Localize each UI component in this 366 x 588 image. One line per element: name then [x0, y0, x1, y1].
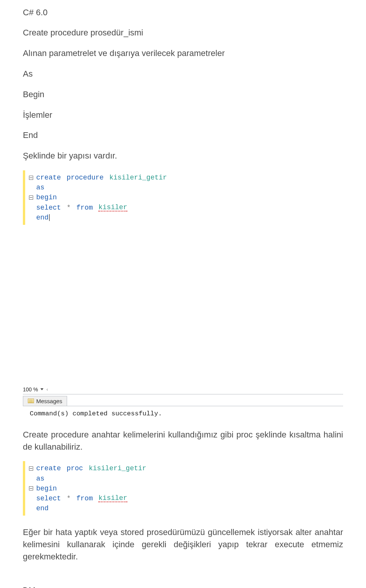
- code-line: begin: [29, 484, 175, 493]
- code-keyword: select: [36, 203, 61, 213]
- zoom-dropdown[interactable]: 100 %: [23, 386, 43, 393]
- code-keyword: as: [36, 183, 45, 192]
- code-keyword: select: [36, 493, 61, 503]
- code-keyword: create: [36, 463, 61, 473]
- code-keyword: begin: [36, 192, 57, 202]
- code-keyword: create: [36, 173, 61, 183]
- text-cursor: [49, 214, 50, 221]
- code-keyword: end: [36, 213, 48, 223]
- fold-minus-icon[interactable]: [29, 176, 33, 180]
- zoom-value: 100 %: [23, 386, 38, 393]
- code-line: begin: [29, 192, 183, 202]
- intro-line-7: Şeklinde bir yapısı vardır.: [23, 150, 343, 162]
- code-line: create procedure kisileri_getir: [29, 173, 183, 183]
- code-block-1: create procedure kisileri_getir as begin…: [23, 170, 183, 224]
- editor-footer: 100 % ‹ Messages Command(s) completed su…: [23, 385, 343, 429]
- code-operator: *: [67, 203, 71, 213]
- code-line: end: [29, 503, 175, 513]
- messages-output: Command(s) completed successfully.: [23, 406, 343, 429]
- mid-paragraph: Create procedure anahtar kelimelerini ku…: [23, 429, 343, 453]
- intro-line-1: Create procedure prosedür_ismi: [23, 27, 343, 39]
- messages-icon: [28, 399, 34, 403]
- code-line: as: [29, 183, 183, 192]
- intro-line-4: Begin: [23, 88, 343, 101]
- scroll-left-icon[interactable]: ‹: [47, 386, 48, 392]
- messages-tab-label: Messages: [36, 398, 62, 404]
- end-paragraph: Eğer bir hata yaptık veya stored prosedü…: [23, 526, 343, 563]
- fold-minus-icon[interactable]: [29, 195, 33, 200]
- code-keyword: end: [36, 503, 48, 513]
- page-title: C# 6.0: [23, 8, 343, 18]
- messages-tab-row: Messages: [23, 394, 343, 406]
- code-identifier-error: kisiler: [98, 495, 127, 502]
- code-keyword: as: [36, 474, 45, 484]
- code-keyword: proc: [67, 463, 83, 473]
- code-line: end: [29, 213, 183, 223]
- code-line: select * from kisiler: [29, 493, 175, 503]
- intro-line-3: As: [23, 68, 343, 80]
- code-identifier: kisileri_getir: [109, 173, 167, 183]
- code-block-2: create proc kisileri_getir as begin sele…: [23, 461, 175, 515]
- intro-line-6: End: [23, 129, 343, 141]
- fold-minus-icon[interactable]: [29, 486, 33, 490]
- code-keyword: from: [76, 203, 93, 213]
- intro-line-5: İşlemler: [23, 109, 343, 121]
- page-number: 544: [23, 586, 343, 588]
- code-line: as: [29, 474, 175, 484]
- code-line: create proc kisileri_getir: [29, 463, 175, 473]
- intro-line-2: Alınan parametrelet ve dışarıya verilece…: [23, 47, 343, 59]
- caret-down-icon: [40, 388, 43, 390]
- fold-minus-icon[interactable]: [29, 466, 33, 471]
- code-keyword: begin: [36, 484, 57, 493]
- code-identifier: kisileri_getir: [89, 463, 146, 473]
- code-keyword: procedure: [67, 173, 104, 183]
- messages-tab[interactable]: Messages: [23, 396, 67, 406]
- code-identifier-error: kisiler: [98, 204, 127, 211]
- code-line: select * from kisiler: [29, 203, 183, 213]
- zoom-bar: 100 % ‹: [23, 385, 343, 394]
- code-operator: *: [67, 493, 71, 503]
- code-keyword: from: [76, 493, 93, 503]
